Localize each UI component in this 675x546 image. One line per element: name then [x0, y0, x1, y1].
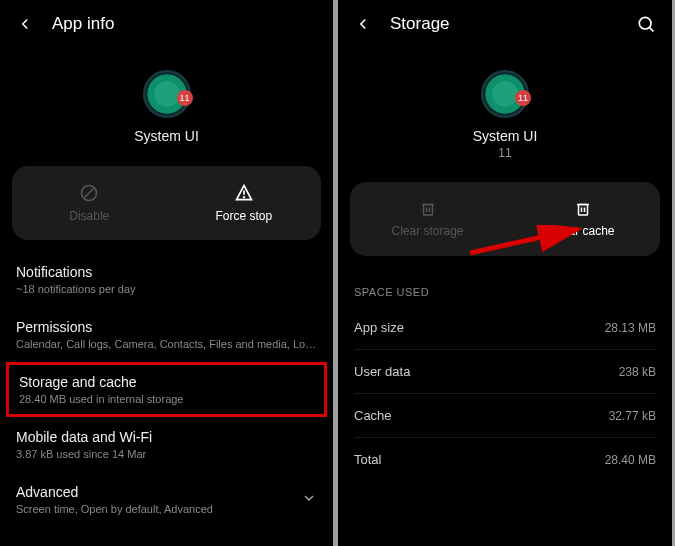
app-icon [481, 70, 529, 118]
clear-cache-label: Clear cache [550, 224, 614, 238]
svg-point-4 [639, 17, 651, 29]
search-icon[interactable] [636, 14, 656, 34]
advanced-label: Advanced [16, 484, 298, 500]
user-data-label: User data [354, 364, 619, 379]
svg-rect-10 [578, 205, 587, 216]
app-size-value: 28.13 MB [605, 321, 656, 335]
cache-value: 32.77 kB [609, 409, 656, 423]
clear-storage-label: Clear storage [391, 224, 463, 238]
permissions-label: Permissions [16, 319, 317, 335]
clear-storage-button: Clear storage [350, 182, 505, 256]
chevron-down-icon [301, 490, 317, 510]
storage-screen: Storage System UI 11 Clear storage Clear… [338, 0, 672, 546]
storage-row[interactable]: Storage and cache 28.40 MB used in inter… [6, 362, 327, 417]
app-summary: System UI 11 [338, 48, 672, 174]
app-summary: System UI [0, 48, 333, 158]
total-row: Total 28.40 MB [338, 438, 672, 481]
cache-label: Cache [354, 408, 609, 423]
storage-sub: 28.40 MB used in internal storage [19, 393, 314, 405]
advanced-sub: Screen time, Open by default, Advanced [16, 503, 298, 515]
app-version-label: 11 [338, 146, 672, 160]
notifications-sub: ~18 notifications per day [16, 283, 317, 295]
svg-rect-6 [423, 205, 432, 216]
app-info-screen: App info System UI Disable Force stop No… [0, 0, 333, 546]
header: App info [0, 0, 333, 48]
space-used-header: SPACE USED [338, 268, 672, 306]
app-size-label: App size [354, 320, 605, 335]
storage-label: Storage and cache [19, 374, 314, 390]
permissions-sub: Calendar, Call logs, Camera, Contacts, F… [16, 338, 317, 350]
back-icon[interactable] [354, 15, 372, 33]
force-stop-button[interactable]: Force stop [167, 166, 322, 240]
permissions-row[interactable]: Permissions Calendar, Call logs, Camera,… [0, 307, 333, 362]
disable-button: Disable [12, 166, 167, 240]
notifications-row[interactable]: Notifications ~18 notifications per day [0, 252, 333, 307]
app-name-label: System UI [338, 128, 672, 144]
svg-line-5 [649, 27, 653, 31]
total-value: 28.40 MB [605, 453, 656, 467]
disable-label: Disable [69, 209, 109, 223]
action-card: Disable Force stop [12, 166, 321, 240]
user-data-value: 238 kB [619, 365, 656, 379]
page-title: App info [52, 14, 317, 34]
advanced-row[interactable]: Advanced Screen time, Open by default, A… [0, 472, 333, 527]
clear-cache-button[interactable]: Clear cache [505, 182, 660, 256]
mobile-data-row[interactable]: Mobile data and Wi-Fi 3.87 kB used since… [0, 417, 333, 472]
total-label: Total [354, 452, 605, 467]
svg-line-1 [84, 188, 94, 198]
app-icon [143, 70, 191, 118]
action-card: Clear storage Clear cache [350, 182, 660, 256]
cache-row: Cache 32.77 kB [338, 394, 672, 437]
app-name-label: System UI [0, 128, 333, 144]
svg-point-3 [243, 197, 244, 198]
mobile-label: Mobile data and Wi-Fi [16, 429, 317, 445]
header: Storage [338, 0, 672, 48]
notifications-label: Notifications [16, 264, 317, 280]
page-title: Storage [390, 14, 618, 34]
force-stop-label: Force stop [215, 209, 272, 223]
back-icon[interactable] [16, 15, 34, 33]
user-data-row: User data 238 kB [338, 350, 672, 393]
app-size-row: App size 28.13 MB [338, 306, 672, 349]
mobile-sub: 3.87 kB used since 14 Mar [16, 448, 317, 460]
